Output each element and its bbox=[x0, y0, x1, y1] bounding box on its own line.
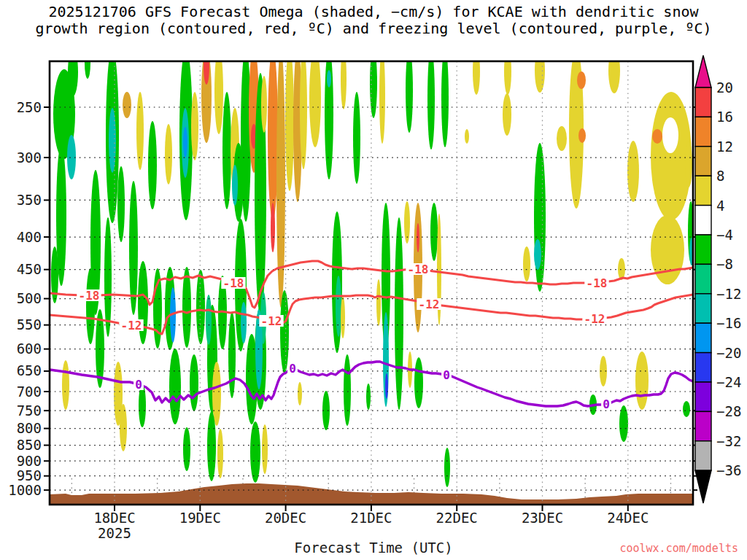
colorbar-segment bbox=[695, 411, 711, 440]
omega-streak bbox=[280, 290, 289, 373]
contour-label: -18 bbox=[223, 276, 244, 290]
omega-streak bbox=[261, 76, 267, 133]
y-tick-label: 350 bbox=[17, 192, 42, 208]
colorbar-over-triangle bbox=[695, 55, 711, 88]
omega-streak bbox=[207, 411, 216, 481]
omega-streak bbox=[336, 276, 341, 337]
omega-streak bbox=[86, 268, 95, 344]
colorbar-label: 4 bbox=[716, 198, 724, 214]
y-tick-label: 650 bbox=[17, 362, 42, 378]
contour-freezing-level-0C bbox=[50, 362, 693, 406]
omega-shading-field bbox=[51, 48, 694, 487]
x-tick-label: 22DEC bbox=[436, 510, 478, 526]
omega-streak bbox=[182, 267, 191, 348]
contour-label: -18 bbox=[587, 276, 608, 290]
colorbar-segment bbox=[695, 264, 711, 293]
omega-streak bbox=[534, 239, 541, 270]
colorbar-segment bbox=[695, 382, 711, 411]
cross-section-plot: -18-18-18-18-12-12-12-120000 25030035040… bbox=[0, 0, 747, 560]
omega-streak bbox=[577, 71, 586, 89]
omega-streak bbox=[268, 48, 278, 220]
y-tick-label: 800 bbox=[17, 420, 42, 436]
omega-streak bbox=[117, 166, 125, 242]
colorbar-segment bbox=[695, 117, 711, 146]
omega-streak bbox=[627, 141, 639, 202]
omega-streak bbox=[325, 48, 333, 179]
x-tick-label: 18DEC bbox=[93, 510, 135, 526]
colorbar-segment bbox=[695, 176, 711, 205]
contour-label: -12 bbox=[121, 319, 142, 332]
contour-label: 0 bbox=[289, 362, 296, 376]
y-tick-label: 250 bbox=[17, 99, 42, 115]
omega-streak bbox=[62, 360, 69, 410]
colorbar-segment bbox=[695, 235, 711, 264]
contour-label: 0 bbox=[135, 378, 142, 392]
omega-streak bbox=[183, 127, 187, 158]
colorbar-under-triangle bbox=[695, 470, 711, 503]
omega-streak bbox=[379, 48, 385, 144]
omega-streak bbox=[557, 126, 567, 151]
omega-streak bbox=[232, 165, 238, 206]
colorbar-segment bbox=[695, 206, 711, 235]
omega-streak bbox=[503, 93, 511, 136]
colorbar-label: −4 bbox=[716, 227, 733, 243]
omega-streak bbox=[341, 48, 347, 109]
omega-streak bbox=[662, 117, 678, 153]
omega-streak bbox=[341, 296, 345, 338]
colorbar-label: −32 bbox=[716, 433, 741, 449]
y-tick-label: 700 bbox=[17, 384, 42, 400]
colorbar-segment bbox=[695, 88, 711, 117]
x-year-label: 2025 bbox=[98, 525, 131, 541]
colorbar-label: 8 bbox=[716, 168, 724, 184]
colorbar-segment bbox=[695, 353, 711, 382]
y-tick-label: 900 bbox=[17, 453, 42, 469]
colorbar-label: 20 bbox=[716, 79, 733, 96]
omega-streak bbox=[441, 48, 449, 147]
contour-label: -12 bbox=[261, 314, 282, 328]
colorbar-label: −8 bbox=[716, 256, 733, 272]
contour-label: 0 bbox=[443, 368, 450, 382]
omega-streak bbox=[309, 48, 321, 147]
contour-label: 0 bbox=[603, 397, 610, 411]
omega-streak bbox=[262, 424, 268, 474]
colorbar-label: −20 bbox=[716, 345, 741, 361]
contour-label: -18 bbox=[79, 289, 100, 303]
omega-streak bbox=[444, 448, 450, 487]
omega-streak bbox=[385, 373, 388, 399]
omega-streak bbox=[191, 92, 198, 160]
x-tick-label: 20DEC bbox=[265, 510, 306, 526]
omega-streak bbox=[120, 404, 127, 451]
contour-label: -18 bbox=[408, 262, 429, 276]
x-axis-title: Forecast Time (UTC) bbox=[294, 540, 452, 556]
y-tick-label: 300 bbox=[17, 149, 42, 166]
omega-streak bbox=[353, 92, 360, 184]
x-tick-label: 19DEC bbox=[179, 510, 221, 526]
omega-streak bbox=[109, 108, 116, 173]
watermark-link[interactable]: coolwx.com/modelts bbox=[619, 542, 738, 555]
omega-streak bbox=[427, 48, 435, 149]
omega-streak bbox=[652, 129, 662, 144]
omega-streak bbox=[241, 302, 247, 343]
omega-streak bbox=[104, 217, 112, 337]
omega-colorbar: 20161284−4−8−12−16−20−24−28−32−36 bbox=[695, 55, 741, 503]
colorbar-segment bbox=[695, 294, 711, 323]
omega-streak bbox=[148, 121, 157, 209]
omega-streak bbox=[183, 427, 190, 471]
colorbar-label: 12 bbox=[716, 139, 733, 155]
colorbar-label: −36 bbox=[716, 462, 741, 478]
omega-streak bbox=[635, 351, 649, 410]
y-tick-label: 550 bbox=[17, 316, 42, 332]
colorbar-label: −28 bbox=[716, 403, 741, 419]
omega-streak bbox=[430, 203, 438, 261]
omega-streak bbox=[68, 48, 78, 96]
omega-streak bbox=[169, 349, 181, 424]
y-tick-label: 450 bbox=[17, 261, 42, 277]
omega-streak bbox=[523, 246, 530, 281]
omega-streak bbox=[85, 48, 90, 79]
contour-label: -12 bbox=[419, 298, 440, 311]
y-tick-label: 1000 bbox=[8, 482, 42, 498]
omega-streak bbox=[206, 295, 212, 345]
omega-streak bbox=[465, 129, 469, 144]
omega-streak bbox=[504, 48, 511, 95]
colorbar-label: −12 bbox=[716, 286, 741, 302]
